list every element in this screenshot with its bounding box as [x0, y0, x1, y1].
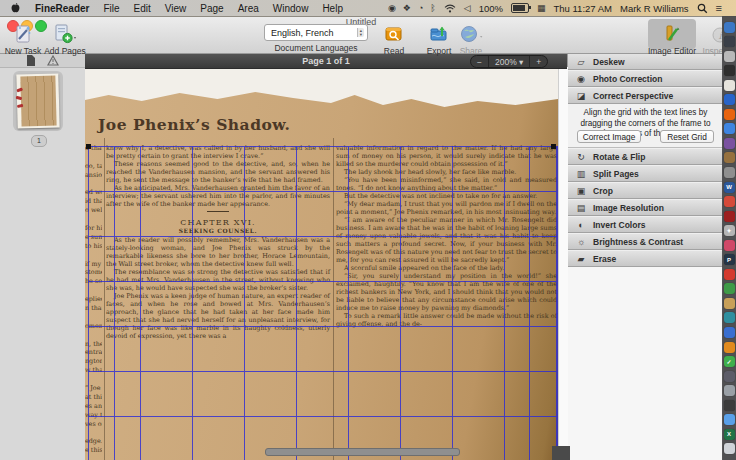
page-thumbnail[interactable]: [13, 71, 63, 131]
photo-correction-tool[interactable]: ◉ Photo Correction: [568, 70, 723, 87]
window-toolbar: Untitled New Task Add Pages English, Fre…: [0, 16, 722, 54]
tan-app-icon[interactable]: [724, 298, 735, 309]
menu-item[interactable]: View: [165, 3, 187, 14]
document-view[interactable]: Joe Phenix’s Shadow. d thatoo, tak-ansio…: [85, 67, 558, 460]
zoom-out-button[interactable]: −: [471, 56, 488, 67]
brightness-contrast-tool[interactable]: ☼ Brightness & Contrast: [568, 233, 723, 250]
image-editor-panel: ▱ Deskew ◉ Photo Correction ◪ Correct Pe…: [567, 53, 723, 460]
scrollbar-corner: [552, 446, 570, 460]
camera-status-icon[interactable]: ◉: [388, 0, 396, 16]
share-button[interactable]: Share: [452, 22, 490, 56]
bluetooth-icon[interactable]: ᛒ: [430, 0, 435, 16]
blue-light-app-icon[interactable]: [724, 414, 735, 425]
blue-circle-app-icon[interactable]: [724, 327, 735, 338]
grid-line: [114, 147, 115, 460]
camera-app-icon[interactable]: [724, 36, 735, 47]
menu-item[interactable]: Page: [200, 3, 223, 14]
add-pages-button[interactable]: Add Pages: [42, 22, 88, 56]
image-editor-icon: [640, 22, 704, 44]
read-button[interactable]: Read: [375, 22, 413, 56]
perspective-grid-overlay[interactable]: [88, 146, 558, 460]
pages-sidebar: 1: [0, 53, 86, 460]
red-circle-app-icon[interactable]: [724, 269, 735, 280]
language-dropdown[interactable]: English, French ▴▾: [264, 24, 368, 41]
word-icon[interactable]: W: [724, 182, 735, 193]
paw-app-icon[interactable]: [724, 400, 735, 411]
acrobat-icon[interactable]: [724, 211, 735, 222]
menu-item[interactable]: Window: [273, 3, 309, 14]
star-app-icon[interactable]: ✦: [724, 225, 735, 236]
camera-gray-app-icon[interactable]: [724, 385, 735, 396]
green-app-icon[interactable]: [724, 283, 735, 294]
crop-tool[interactable]: ▣ Crop: [568, 182, 723, 199]
tool-label: Correct Perspective: [593, 91, 673, 101]
reset-grid-button[interactable]: Reset Grid: [660, 130, 714, 143]
battery-icon[interactable]: [511, 3, 529, 13]
photoshop-icon[interactable]: P: [724, 254, 735, 265]
tool-icon: ◉: [573, 74, 589, 84]
menu-clock[interactable]: Thu 11:27 AM: [554, 3, 612, 14]
firefox-icon[interactable]: [724, 109, 735, 120]
notification-center-icon[interactable]: ≡: [716, 0, 722, 16]
horizontal-scrollbar-thumb[interactable]: [265, 448, 460, 456]
excel-icon[interactable]: X: [724, 429, 735, 440]
utility-app-icon[interactable]: [724, 65, 735, 76]
notes-app-icon[interactable]: [724, 80, 735, 91]
keyboard-app-icon[interactable]: [724, 51, 735, 62]
wifi-icon[interactable]: [444, 4, 456, 13]
zoom-level[interactable]: 200% ▾: [488, 56, 529, 67]
zoom-in-button[interactable]: +: [529, 56, 547, 67]
image-resolution-tool[interactable]: ▤ Image Resolution: [568, 199, 723, 216]
erase-tool[interactable]: ▰ Erase: [568, 250, 723, 267]
dark-app-icon[interactable]: [724, 371, 735, 382]
new-task-button[interactable]: New Task: [2, 22, 44, 56]
red-app-icon[interactable]: [724, 196, 735, 207]
trash-icon[interactable]: [724, 443, 735, 454]
invert-colors-tool[interactable]: ◐ Invert Colors: [568, 216, 723, 233]
menu-item[interactable]: File: [103, 3, 119, 14]
gray-app-icon[interactable]: [724, 167, 735, 178]
menu-app-name[interactable]: FineReader: [35, 3, 89, 14]
vertical-scrollbar-track[interactable]: [558, 67, 568, 460]
image-editor-button[interactable]: Image Editor: [640, 22, 704, 56]
menu-item[interactable]: Area: [238, 3, 259, 14]
pages-tab-icon[interactable]: [26, 55, 35, 66]
finder-icon[interactable]: [724, 22, 735, 33]
spotlight-search-icon[interactable]: [697, 3, 708, 14]
keyboard-status-icon[interactable]: ▦: [537, 0, 546, 16]
green-check-app-icon[interactable]: ✓: [724, 356, 735, 367]
menu-item[interactable]: Help: [322, 3, 343, 14]
add-page-icon: [42, 22, 88, 44]
blue-app-icon[interactable]: [724, 94, 735, 105]
pixel-app-status-icon[interactable]: ❖: [403, 0, 411, 16]
pink-app-icon[interactable]: [724, 240, 735, 251]
language-value: English, French: [271, 28, 334, 38]
tool-label: Brightness & Contrast: [593, 237, 683, 247]
correct-perspective-tool[interactable]: ◪ Correct Perspective: [568, 87, 723, 104]
orange-app-icon[interactable]: [724, 342, 735, 353]
time-machine-icon[interactable]: ◔: [418, 0, 423, 16]
correct-image-button[interactable]: Correct Image: [577, 130, 641, 143]
split-pages-tool[interactable]: ▥ Split Pages: [568, 165, 723, 182]
page-bar: Page 1 of 1 − 200% ▾ +: [85, 53, 567, 69]
chrome-icon[interactable]: [724, 123, 735, 134]
rotate-flip-tool[interactable]: ↻ Rotate & Flip: [568, 148, 723, 165]
volume-icon[interactable]: ◁: [464, 0, 471, 16]
tool-icon: ↻: [573, 152, 589, 162]
tool-icon: ▣: [573, 186, 589, 196]
purple-app-icon[interactable]: [724, 138, 735, 149]
grid-corner-handle[interactable]: [551, 144, 556, 149]
panel-tools-bottom: ↻ Rotate & Flip ▥ Split Pages ▣ Crop ▤ I…: [568, 148, 723, 267]
share-label: Share: [452, 46, 490, 56]
apple-menu-icon[interactable]: [10, 2, 21, 14]
files-app-icon[interactable]: [724, 152, 735, 163]
language-selector: English, French ▴▾ Document Languages: [264, 24, 368, 53]
tool-icon: ▱: [573, 57, 589, 67]
add-pages-label: Add Pages: [42, 46, 88, 56]
teal-app-icon[interactable]: [724, 312, 735, 323]
menu-user[interactable]: Mark R Williams: [620, 3, 689, 14]
grid-corner-handle[interactable]: [86, 144, 91, 149]
newspaper-masthead: Joe Phenix’s Shadow.: [98, 115, 291, 134]
menu-item[interactable]: Edit: [134, 3, 151, 14]
warnings-tab-icon[interactable]: [47, 55, 59, 66]
